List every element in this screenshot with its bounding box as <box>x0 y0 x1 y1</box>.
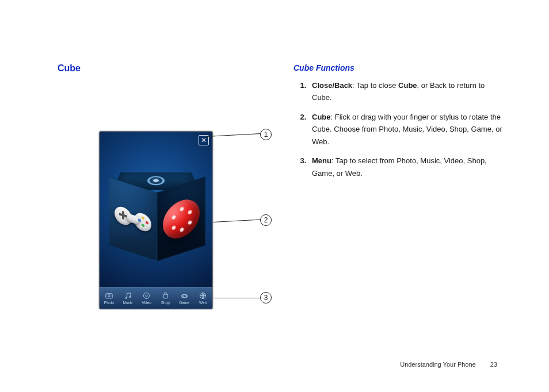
menu-item-music[interactable]: Music <box>119 287 138 309</box>
shop-icon <box>161 291 170 300</box>
game-controller-icon <box>115 203 151 235</box>
game-icon <box>180 291 189 300</box>
menu-bar: Photo Music Video Shop <box>100 287 212 309</box>
desc-a: : Tap to close <box>352 81 398 90</box>
phone-screenshot: ✕ <box>99 131 213 309</box>
footer-section: Understanding Your Phone <box>400 361 476 368</box>
function-item-1: Close/Back: Tap to close Cube, or Back t… <box>308 79 503 104</box>
callout-line <box>213 220 261 222</box>
svg-point-4 <box>144 293 150 299</box>
music-icon <box>124 291 132 300</box>
callout-line <box>213 298 261 298</box>
right-column: Cube Functions Close/Back: Tap to close … <box>293 63 503 303</box>
term: Cube <box>312 113 331 121</box>
figure-wrapper: ✕ <box>58 97 270 303</box>
function-item-2: Cube: Flick or drag with your finger or … <box>308 111 503 148</box>
page-footer: Understanding Your Phone 23 <box>400 361 497 368</box>
svg-point-7 <box>185 295 186 296</box>
menu-label: Shop <box>161 301 170 305</box>
svg-point-2 <box>125 297 127 299</box>
svg-rect-0 <box>106 294 112 298</box>
photo-icon <box>105 291 113 300</box>
left-column: Cube ✕ <box>58 63 270 303</box>
page-number: 23 <box>490 361 497 368</box>
term: Menu <box>312 156 331 165</box>
menu-label: Game <box>179 301 189 305</box>
film-reel-icon <box>147 176 165 185</box>
section-heading: Cube <box>58 63 270 74</box>
svg-point-3 <box>129 296 131 298</box>
menu-item-web[interactable]: Web <box>193 287 212 309</box>
desc-a: : Tap to select from Photo, Music, Video… <box>312 156 487 177</box>
menu-item-game[interactable]: Game <box>175 287 194 309</box>
svg-point-1 <box>108 295 110 297</box>
menu-label: Video <box>142 301 151 305</box>
function-item-3: Menu: Tap to select from Photo, Music, V… <box>308 155 503 179</box>
manual-page: Cube ✕ <box>0 0 549 392</box>
menu-label: Photo <box>104 301 114 305</box>
menu-item-shop[interactable]: Shop <box>156 287 175 309</box>
desc-a: : Flick or drag with your finger or styl… <box>312 113 502 146</box>
subsection-heading: Cube Functions <box>293 63 503 72</box>
svg-point-5 <box>146 295 147 297</box>
web-icon <box>199 291 207 300</box>
desc-bold: Cube <box>398 81 417 90</box>
callout-2: 2 <box>260 214 272 226</box>
red-disc-icon <box>163 195 200 244</box>
cube-graphic[interactable] <box>109 160 204 270</box>
svg-point-8 <box>186 296 186 297</box>
menu-item-video[interactable]: Video <box>137 287 156 309</box>
function-list: Close/Back: Tap to close Cube, or Back t… <box>293 79 503 179</box>
menu-label: Music <box>123 301 133 305</box>
menu-item-photo[interactable]: Photo <box>100 287 119 309</box>
menu-label: Web <box>199 301 207 305</box>
callout-3: 3 <box>260 292 272 303</box>
callout-line <box>207 133 261 137</box>
video-icon <box>142 291 151 300</box>
cube-face-shop <box>157 176 205 261</box>
callout-1: 1 <box>260 129 272 140</box>
term: Close/Back <box>312 81 352 90</box>
